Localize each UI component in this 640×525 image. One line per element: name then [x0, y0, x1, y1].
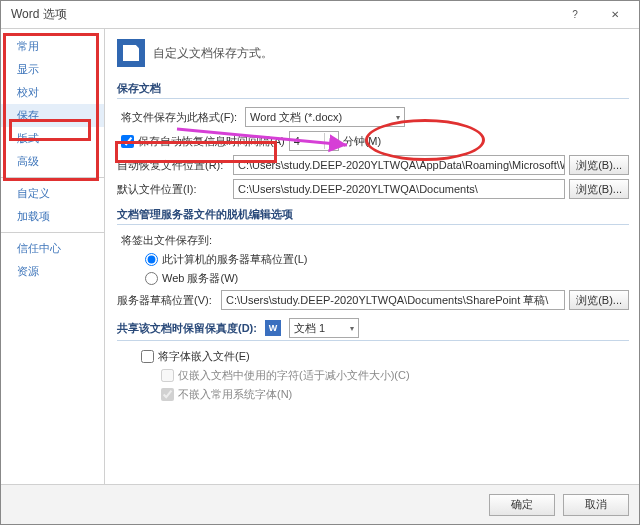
drafts-location-label: 服务器草稿位置(V):: [117, 293, 217, 308]
section-offline-editing: 文档管理服务器文件的脱机编辑选项: [117, 205, 629, 225]
sidebar-item-save[interactable]: 保存: [1, 104, 104, 127]
sidebar-item-trust[interactable]: 信任中心: [1, 237, 104, 260]
main-panel: 自定义文档保存方式。 保存文档 将文件保存为此格式(F): Word 文档 (*…: [105, 29, 639, 484]
document-icon: W: [265, 320, 281, 336]
svg-line-0: [177, 129, 347, 145]
dialog-footer: 确定 取消: [1, 484, 639, 524]
sidebar-item-advanced[interactable]: 高级: [1, 150, 104, 173]
sidebar-item-proofing[interactable]: 校对: [1, 81, 104, 104]
section-fidelity: 共享该文档时保留保真度(D):: [117, 321, 257, 336]
chevron-down-icon: ▾: [350, 324, 354, 333]
embed-used-chars-checkbox: [161, 369, 174, 382]
word-options-dialog: Word 选项 ? ✕ 常用 显示 校对 保存 版式 高级 自定义 加载项 信任…: [0, 0, 640, 525]
radio-local-drafts-label: 此计算机的服务器草稿位置(L): [162, 252, 307, 267]
drafts-location-field[interactable]: C:\Users\study.DEEP-2020YLTWQA\Documents…: [221, 290, 565, 310]
sidebar-item-addins[interactable]: 加载项: [1, 205, 104, 228]
embed-used-chars-label: 仅嵌入文档中使用的字符(适于减小文件大小)(C): [178, 368, 410, 383]
help-button[interactable]: ?: [555, 4, 595, 26]
browse-drafts-button[interactable]: 浏览(B)...: [569, 290, 629, 310]
default-location-field[interactable]: C:\Users\study.DEEP-2020YLTWQA\Documents…: [233, 179, 565, 199]
ok-button[interactable]: 确定: [489, 494, 555, 516]
skip-system-fonts-checkbox: [161, 388, 174, 401]
sidebar-item-general[interactable]: 常用: [1, 35, 104, 58]
save-icon: [117, 39, 145, 67]
dialog-title: Word 选项: [11, 6, 555, 23]
checkout-label: 将签出文件保存到:: [121, 233, 212, 248]
browse-default-button[interactable]: 浏览(B)...: [569, 179, 629, 199]
radio-local-drafts[interactable]: [145, 253, 158, 266]
browse-recovery-button[interactable]: 浏览(B)...: [569, 155, 629, 175]
sidebar-item-customize[interactable]: 自定义: [1, 182, 104, 205]
radio-web-server-label: Web 服务器(W): [162, 271, 238, 286]
default-location-label: 默认文件位置(I):: [117, 182, 229, 197]
sidebar-item-resources[interactable]: 资源: [1, 260, 104, 283]
chevron-down-icon: ▾: [396, 113, 400, 122]
page-headline: 自定义文档保存方式。: [153, 45, 273, 62]
titlebar: Word 选项 ? ✕: [1, 1, 639, 29]
skip-system-fonts-label: 不嵌入常用系统字体(N): [178, 387, 292, 402]
category-sidebar: 常用 显示 校对 保存 版式 高级 自定义 加载项 信任中心 资源: [1, 29, 105, 484]
embed-fonts-label: 将字体嵌入文件(E): [158, 349, 250, 364]
sidebar-item-layout[interactable]: 版式: [1, 127, 104, 150]
cancel-button[interactable]: 取消: [563, 494, 629, 516]
annotation-arrow: [177, 109, 287, 111]
close-button[interactable]: ✕: [595, 4, 635, 26]
section-save-documents: 保存文档: [117, 79, 629, 99]
embed-fonts-checkbox[interactable]: [141, 350, 154, 363]
fidelity-document-combo[interactable]: 文档 1 ▾: [289, 318, 359, 338]
radio-web-server[interactable]: [145, 272, 158, 285]
sidebar-item-display[interactable]: 显示: [1, 58, 104, 81]
autosave-checkbox[interactable]: [121, 135, 134, 148]
